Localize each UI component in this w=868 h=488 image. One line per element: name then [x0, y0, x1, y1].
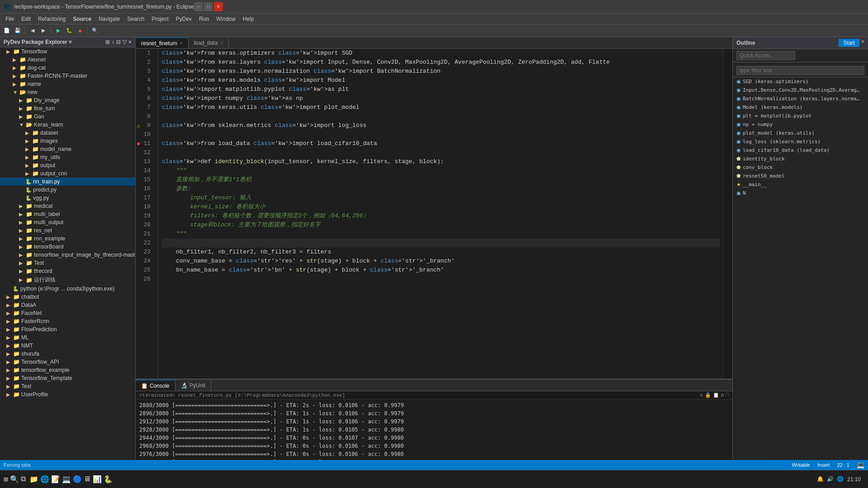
pinned-3[interactable]: 📝 — [51, 475, 60, 484]
fe-item-tensorflow-api[interactable]: ▶📁Tensorflow_API — [0, 358, 135, 366]
code-line-26[interactable] — [162, 275, 720, 284]
outline-item[interactable]: ◉Input,Dense,Conv2D,MaxPooling2D,Average… — [733, 86, 868, 94]
forward-button[interactable]: ▶ — [38, 26, 48, 36]
menu-window[interactable]: Window — [212, 15, 239, 23]
console-clear[interactable]: ✕ — [700, 392, 703, 398]
menu-edit[interactable]: Edit — [18, 15, 34, 23]
fe-item-tensorflow-example[interactable]: ▶📁tensorflow_example — [0, 366, 135, 374]
outline-item[interactable]: ⬟resnet50_model — [733, 172, 868, 180]
outline-item[interactable]: ◉np = numpy — [733, 120, 868, 129]
fe-item-output[interactable]: ▶📁output — [0, 161, 135, 169]
fe-item-tensorboard[interactable]: ▶📁tensorBoard — [0, 243, 135, 251]
fe-item-name[interactable]: ▶📁name — [0, 80, 135, 88]
code-line-19[interactable]: filters: 卷积核个数，需要按顺序指定3个，例如（64,64,256） — [162, 211, 720, 221]
fe-item-images[interactable]: ▶📁images — [0, 137, 135, 145]
pinned-8[interactable]: 🐍 — [104, 475, 113, 484]
outline-item[interactable]: ⬟conv_block — [733, 163, 868, 172]
fe-icon-2[interactable]: ↕ — [112, 39, 114, 45]
fe-item-tensorflow[interactable]: ▶📁Tensorflow — [0, 47, 135, 56]
code-line-10[interactable] — [162, 130, 720, 139]
fe-item-fine-turn[interactable]: ▶📁fine_turn — [0, 104, 135, 113]
code-line-15[interactable]: 直接相加，并不需要1*1卷积 — [162, 175, 720, 184]
code-line-3[interactable]: class='kw'>from keras.layers.normalizati… — [162, 67, 720, 76]
fe-icon-1[interactable]: ⊞ — [105, 39, 110, 45]
menu-refactoring[interactable]: Refactoring — [34, 15, 69, 23]
code-line-11[interactable]: class='kw'>from load_data class='kw'>imp… — [162, 139, 720, 148]
fe-item-tensorflow-template[interactable]: ▶📁Tensorflow_Template — [0, 374, 135, 382]
fe-item-dataset[interactable]: ▶📁dataset — [0, 129, 135, 137]
code-line-18[interactable]: kernel_size: 卷积核大小 — [162, 202, 720, 211]
fe-item-vgg-py[interactable]: 🐍vgg.py — [0, 194, 135, 202]
code-line-20[interactable]: stage和block: 主要为了给图观察，指定好名字 — [162, 221, 720, 230]
fe-item-new[interactable]: ▼📂new — [0, 88, 135, 96]
fe-item-----[interactable]: ▶📁运行训练 — [0, 275, 135, 285]
save-button[interactable]: 💾 — [13, 26, 23, 36]
back-button[interactable]: ◀ — [28, 26, 38, 36]
code-line-13[interactable]: class='kw'>def identity_block(input_tens… — [162, 157, 720, 166]
code-line-2[interactable]: class='kw'>from keras.layers class='kw'>… — [162, 58, 720, 67]
editor-tab-resnet-fineturn[interactable]: resnet_fineturn× — [136, 38, 189, 48]
run-button[interactable]: ▶ — [53, 26, 63, 36]
fe-icon-close[interactable]: × — [128, 39, 132, 45]
menu-navigate[interactable]: Navigate — [95, 15, 123, 23]
outline-close[interactable]: × — [861, 39, 864, 47]
bottom-tab-pyunit[interactable]: 🔬PyUnit — [175, 380, 211, 391]
fe-item-nn-train-py[interactable]: 🐍nn_train.py — [0, 178, 135, 186]
fe-item-multi-output[interactable]: ▶📁multi_output — [0, 218, 135, 226]
stop-button[interactable]: ■ — [75, 26, 85, 36]
code-line-7[interactable]: class='kw'>from keras.utils class='kw'>i… — [162, 103, 720, 112]
fe-item-my-utils[interactable]: ▶📁my_utils — [0, 153, 135, 161]
fe-item-predict-py[interactable]: 🐍predict.py — [0, 186, 135, 194]
debug-button[interactable]: 🐛 — [64, 26, 74, 36]
outline-filter-input[interactable] — [736, 66, 864, 75]
code-line-9[interactable]: class='kw'>from sklearn.metrics class='k… — [162, 121, 720, 130]
code-line-14[interactable]: """ — [162, 166, 720, 175]
search-button[interactable]: 🔍 — [90, 26, 100, 36]
fe-item-medical[interactable]: ▶📁medical — [0, 202, 135, 210]
fe-item-alexnet[interactable]: ▶📁Alexnet — [0, 56, 135, 64]
pinned-6[interactable]: 🖥 — [84, 475, 91, 483]
code-line-5[interactable]: class='kw'>import matplotlib.pyplot clas… — [162, 85, 720, 94]
code-line-16[interactable]: 参数: — [162, 184, 720, 193]
editor-tab-load-data[interactable]: load_data× — [189, 38, 229, 48]
code-line-1[interactable]: class='kw'>from keras.optimizers class='… — [162, 49, 720, 58]
console-scroll-lock[interactable]: 🔒 — [705, 392, 711, 398]
pinned-1[interactable]: 📁 — [29, 475, 38, 484]
menu-help[interactable]: Help — [239, 15, 258, 23]
pinned-2[interactable]: 🌐 — [40, 475, 49, 484]
fe-item-test[interactable]: ▶📁Test — [0, 259, 135, 267]
bottom-tab-console[interactable]: 📋Console — [136, 380, 175, 391]
fe-item-keras-learn[interactable]: ▼📂Keras_learn — [0, 121, 135, 129]
start-icon[interactable]: ⊞ — [4, 475, 8, 484]
fe-item-tfrecord[interactable]: ▶📁tfrecord — [0, 267, 135, 275]
outline-item[interactable]: ◉load_cifar10_data (load_data) — [733, 146, 868, 155]
fe-item-dog-cat[interactable]: ▶📁dog-cat — [0, 64, 135, 72]
fe-item-gan[interactable]: ▶📁Gan — [0, 113, 135, 121]
maximize-button[interactable]: □ — [204, 2, 213, 11]
menu-search[interactable]: Search — [123, 15, 148, 23]
fe-item-ml[interactable]: ▶📁ML — [0, 333, 135, 342]
pinned-7[interactable]: 📊 — [93, 475, 102, 484]
code-content[interactable]: class='kw'>from keras.optimizers class='… — [158, 49, 723, 379]
new-button[interactable]: 📄 — [2, 26, 12, 36]
menu-pydev[interactable]: PyDev — [172, 15, 195, 23]
menu-run[interactable]: Run — [195, 15, 212, 23]
start-button[interactable]: Start — [839, 39, 859, 47]
search-taskbar[interactable]: 🔍 — [10, 475, 19, 484]
fe-item-shurufa[interactable]: ▶📁shurufa — [0, 350, 135, 358]
fe-item-res-net[interactable]: ▶📁res_net — [0, 226, 135, 235]
code-line-17[interactable]: input_tensor: 输入 — [162, 193, 720, 202]
console-copy[interactable]: 📋 — [713, 392, 719, 398]
outline-item[interactable]: ⬟identity_block — [733, 155, 868, 163]
menu-source[interactable]: Source — [69, 15, 95, 23]
outline-item[interactable]: ◉N — [733, 189, 868, 197]
code-line-25[interactable]: bn_name_base = class='str'>'bn' + str(st… — [162, 266, 720, 275]
menu-project[interactable]: Project — [148, 15, 172, 23]
fe-item-rnn-example[interactable]: ▶📁rnn_example — [0, 235, 135, 243]
outline-item[interactable]: ◉Model (keras.models) — [733, 103, 868, 112]
minimize-button[interactable]: ─ — [194, 2, 203, 11]
code-line-21[interactable]: """ — [162, 230, 720, 239]
fe-item-nmt[interactable]: ▶📁NMT — [0, 342, 135, 350]
fe-item-userprofile[interactable]: ▶📁UserProfile — [0, 390, 135, 399]
fe-item-test[interactable]: ▶📁Test — [0, 382, 135, 390]
